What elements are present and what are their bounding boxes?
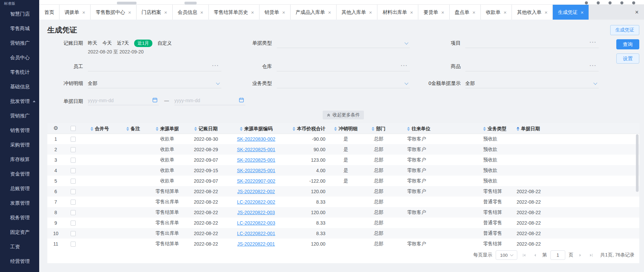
last-page-button[interactable] xyxy=(588,251,595,259)
doc-type-select[interactable] xyxy=(277,39,410,48)
row-checkbox[interactable] xyxy=(71,147,76,152)
sidebar-item[interactable]: 营销推广 xyxy=(0,36,39,50)
ellipsis-icon[interactable]: ··· xyxy=(590,63,597,68)
sidebar-item[interactable]: 采购管理 xyxy=(0,138,39,152)
sidebar-item[interactable]: 零售商城 xyxy=(0,21,39,36)
first-page-button[interactable] xyxy=(521,251,528,259)
doc-date-end-input[interactable] xyxy=(174,98,228,103)
ellipsis-icon[interactable]: ··· xyxy=(401,63,408,68)
col-header-source-type[interactable]: 来源单据 xyxy=(149,123,186,134)
row-checkbox[interactable] xyxy=(71,231,76,236)
sidebar-item[interactable]: 基础信息 xyxy=(0,80,39,94)
goods-picker[interactable]: ··· xyxy=(465,62,599,71)
row-checkbox[interactable] xyxy=(71,179,76,184)
collapse-more-conditions-button[interactable]: 收起更多条件 xyxy=(323,111,364,119)
col-header-merge-no[interactable]: 合并号 xyxy=(82,123,118,134)
sidebar-item[interactable]: 固定资产 xyxy=(0,225,39,240)
tab[interactable]: 其他收入单 × xyxy=(512,5,553,20)
source-code-link[interactable]: LC-20220822-001 xyxy=(237,231,275,236)
sidebar-item[interactable]: 零售统计 xyxy=(0,65,39,80)
col-header-doc-date[interactable]: 单据日期 xyxy=(512,123,639,134)
col-header-amount[interactable]: 本币价税合计 xyxy=(286,123,331,134)
ellipsis-icon[interactable]: ··· xyxy=(212,63,219,68)
quick-option-custom[interactable]: 自定义 xyxy=(157,40,172,46)
tab[interactable]: 产成品入库单 × xyxy=(291,5,337,20)
toolbar-icon-1[interactable] xyxy=(585,1,588,4)
generate-voucher-button[interactable]: 生成凭证 xyxy=(610,25,639,35)
tab[interactable]: 零售结算单历史 × xyxy=(209,5,259,20)
zero-amount-select[interactable]: 全部 xyxy=(465,79,599,88)
row-checkbox[interactable] xyxy=(71,189,76,194)
doc-date-start-input[interactable] xyxy=(88,98,142,103)
quick-option-yesterday[interactable]: 昨天 xyxy=(88,40,97,46)
col-header-writeoff[interactable]: 冲销明细 xyxy=(331,123,360,134)
sidebar-item[interactable]: 发票管理 xyxy=(0,196,39,210)
tab[interactable]: 首页 xyxy=(39,5,59,20)
row-checkbox[interactable] xyxy=(71,158,76,163)
quick-option-today[interactable]: 今天 xyxy=(102,40,112,46)
prev-page-button[interactable] xyxy=(531,251,539,259)
row-checkbox[interactable] xyxy=(71,200,76,205)
source-code-link[interactable]: SK-20220830-002 xyxy=(237,136,275,142)
source-code-link[interactable]: LC-20220822-002 xyxy=(237,199,275,205)
sidebar-item[interactable]: 经营管理 xyxy=(0,254,39,269)
tab[interactable]: 零售数据中心 × xyxy=(91,5,137,20)
sidebar-item[interactable]: 总账管理 xyxy=(0,181,39,196)
project-picker[interactable]: ··· xyxy=(465,39,599,48)
source-code-link[interactable]: JS-20220822-003 xyxy=(237,210,275,215)
col-header-biz-type[interactable]: 业务类型 xyxy=(479,123,512,134)
tab-close-icon[interactable]: × xyxy=(545,10,548,15)
tab-close-icon[interactable]: × xyxy=(251,10,254,15)
toolbar-icon-2[interactable] xyxy=(597,1,600,4)
next-page-button[interactable] xyxy=(577,251,584,259)
vertical-scrollbar[interactable] xyxy=(636,134,639,192)
col-header-book-date[interactable]: 记账日期 xyxy=(186,123,226,134)
sidebar-item[interactable]: 会员中心 xyxy=(0,50,39,65)
toolbar-icon-5[interactable] xyxy=(632,1,635,4)
tab-close-icon[interactable]: × xyxy=(328,10,331,15)
row-checkbox[interactable] xyxy=(71,168,76,173)
col-header-remark[interactable]: 备注 xyxy=(118,123,149,134)
tab[interactable]: 其他入库单 × xyxy=(337,5,377,20)
sidebar-item[interactable]: 工资 xyxy=(0,240,39,254)
gear-icon[interactable]: ⚙ xyxy=(53,125,58,131)
settings-button[interactable]: 设置 xyxy=(616,53,639,64)
search-button[interactable]: 查询 xyxy=(616,39,639,49)
calendar-icon[interactable] xyxy=(239,97,244,104)
tab-close-icon[interactable]: × xyxy=(441,10,444,15)
toolbar-icon-3[interactable] xyxy=(609,1,612,4)
tab[interactable]: 会员信息 × xyxy=(173,5,209,20)
sidebar-item[interactable]: 营销推广 xyxy=(0,109,39,123)
select-all-checkbox[interactable] xyxy=(71,126,76,131)
sidebar-item[interactable]: 批发管理 xyxy=(0,94,39,109)
tab-close-icon[interactable]: × xyxy=(472,10,475,15)
per-page-select[interactable]: 100 xyxy=(496,250,517,260)
tab-close-icon[interactable]: × xyxy=(128,10,131,15)
tab[interactable]: 要货单 × xyxy=(418,5,449,20)
calendar-icon[interactable] xyxy=(152,97,157,104)
sidebar-item[interactable]: 销售管理 xyxy=(0,123,39,138)
tab-close-icon[interactable]: × xyxy=(369,10,372,15)
tab-close-icon[interactable]: × xyxy=(580,10,584,15)
writeoff-detail-select[interactable]: 全部 xyxy=(88,79,221,88)
col-header-source-code[interactable]: 来源单据编码 xyxy=(226,123,286,134)
sidebar-item[interactable]: 库存核算 xyxy=(0,152,39,167)
sidebar-item[interactable]: 税务管理 xyxy=(0,210,39,225)
row-checkbox[interactable] xyxy=(71,242,76,247)
tab-close-icon[interactable]: × xyxy=(164,10,167,15)
quick-option-1month-selected[interactable]: 近1月 xyxy=(134,40,153,47)
tab-close-icon[interactable]: × xyxy=(82,10,85,15)
source-code-link[interactable]: SK-20220825-001 xyxy=(237,168,275,173)
tab[interactable]: 盘点单 × xyxy=(450,5,481,20)
source-code-link[interactable]: SK-20220907-002 xyxy=(237,178,275,184)
source-code-link[interactable]: JS-20220822-002 xyxy=(237,189,275,194)
tab[interactable]: 收款单 × xyxy=(481,5,512,20)
quick-option-7days[interactable]: 近7天 xyxy=(117,40,129,46)
row-checkbox[interactable] xyxy=(71,221,76,226)
tab[interactable]: 销货单 × xyxy=(259,5,291,20)
tab[interactable]: 调拨单 × xyxy=(59,5,91,20)
row-checkbox[interactable] xyxy=(71,137,76,142)
sidebar-item[interactable]: 智慧门店 xyxy=(0,7,39,21)
source-code-link[interactable]: SK-20220825-001 xyxy=(237,147,275,152)
sidebar-item[interactable]: 资金管理 xyxy=(0,167,39,181)
